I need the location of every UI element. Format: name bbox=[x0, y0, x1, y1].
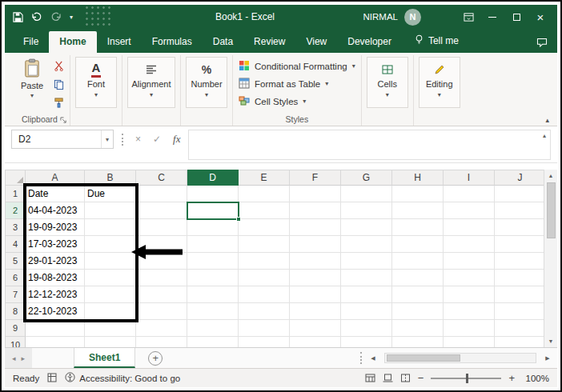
cell-E10[interactable] bbox=[239, 337, 290, 347]
cell-I1[interactable] bbox=[444, 186, 495, 202]
cell-H1[interactable] bbox=[392, 186, 444, 202]
cell-H4[interactable] bbox=[392, 236, 444, 253]
sheet-tab-sheet1[interactable]: Sheet1 bbox=[74, 348, 135, 368]
cell-I7[interactable] bbox=[444, 286, 495, 303]
cell-H3[interactable] bbox=[392, 219, 444, 236]
selected-cell-D2[interactable] bbox=[187, 202, 239, 220]
cell-G1[interactable] bbox=[341, 186, 392, 202]
zoom-slider-thumb[interactable] bbox=[466, 374, 468, 383]
row-header-7[interactable]: 7 bbox=[5, 286, 26, 303]
cell-E6[interactable] bbox=[239, 270, 290, 286]
normal-view-icon[interactable] bbox=[365, 374, 375, 382]
cut-icon[interactable] bbox=[54, 60, 64, 74]
select-all-corner[interactable] bbox=[5, 170, 26, 186]
scroll-left-icon[interactable]: ◀ bbox=[367, 352, 379, 365]
cell-A7[interactable]: 12-12-2023 bbox=[26, 286, 85, 303]
cell-G2[interactable] bbox=[341, 202, 392, 219]
scroll-up-icon[interactable]: ▲ bbox=[544, 170, 557, 182]
cell-E9[interactable] bbox=[239, 320, 290, 337]
cell-E7[interactable] bbox=[239, 286, 290, 303]
cell-H7[interactable] bbox=[392, 286, 444, 303]
cell-E1[interactable] bbox=[239, 186, 290, 202]
name-box[interactable]: D2 ▾ bbox=[11, 130, 114, 149]
comments-icon[interactable] bbox=[536, 38, 548, 47]
row-header-1[interactable]: 1 bbox=[5, 186, 26, 202]
cell-D6[interactable] bbox=[187, 270, 239, 286]
cell-A9[interactable] bbox=[26, 320, 85, 337]
cell-I10[interactable] bbox=[444, 337, 495, 347]
cell-B7[interactable] bbox=[85, 286, 136, 303]
sheet-navigation[interactable]: ◂ ▸ bbox=[5, 348, 32, 368]
row-header-4[interactable]: 4 bbox=[5, 236, 26, 253]
scroll-down-icon[interactable]: ▼ bbox=[544, 335, 557, 347]
avatar[interactable]: N bbox=[404, 9, 421, 26]
tab-formulas[interactable]: Formulas bbox=[142, 31, 203, 53]
cell-G5[interactable] bbox=[341, 253, 392, 270]
cell-B10[interactable] bbox=[85, 337, 136, 347]
cell-F9[interactable] bbox=[290, 320, 341, 337]
fill-handle[interactable] bbox=[236, 217, 241, 222]
column-header-E[interactable]: E bbox=[239, 170, 290, 186]
sheet-nav-left-icon[interactable]: ◂ bbox=[12, 354, 16, 362]
cell-E4[interactable] bbox=[239, 236, 290, 253]
cell-G7[interactable] bbox=[341, 286, 392, 303]
cell-J10[interactable] bbox=[495, 337, 544, 347]
cell-J5[interactable] bbox=[495, 253, 544, 270]
cell-H10[interactable] bbox=[392, 337, 444, 347]
cell-B4[interactable] bbox=[85, 236, 136, 253]
cell-F3[interactable] bbox=[290, 219, 341, 236]
customize-qat-icon[interactable]: ▾ bbox=[70, 14, 73, 21]
accessibility-status[interactable]: Accessibility: Good to go bbox=[65, 372, 180, 384]
cell-E3[interactable] bbox=[239, 219, 290, 236]
cell-H2[interactable] bbox=[392, 202, 444, 219]
cell-A8[interactable]: 22-10-2023 bbox=[26, 303, 85, 320]
cell-J1[interactable] bbox=[495, 186, 544, 202]
cell-C8[interactable] bbox=[136, 303, 187, 320]
scroll-right-icon[interactable]: ▶ bbox=[541, 352, 554, 365]
column-header-D[interactable]: D bbox=[187, 170, 239, 186]
cell-D4[interactable] bbox=[187, 236, 239, 253]
maximize-button[interactable] bbox=[504, 5, 528, 29]
editing-group-button[interactable]: Editing ▾ bbox=[419, 57, 460, 108]
user-name[interactable]: NIRMAL bbox=[363, 12, 398, 22]
ribbon-display-options-icon[interactable] bbox=[456, 5, 480, 29]
horizontal-scroll-track[interactable] bbox=[384, 353, 536, 363]
minimize-button[interactable] bbox=[480, 5, 504, 29]
cell-A1[interactable]: Date bbox=[26, 186, 85, 202]
insert-function-icon[interactable]: fx bbox=[173, 133, 180, 146]
cell-I4[interactable] bbox=[444, 236, 495, 253]
row-header-6[interactable]: 6 bbox=[5, 270, 26, 286]
cell-C3[interactable] bbox=[136, 219, 187, 236]
cell-J7[interactable] bbox=[495, 286, 544, 303]
cell-J8[interactable] bbox=[495, 303, 544, 320]
collapse-ribbon-icon[interactable]: ▴ bbox=[545, 116, 549, 124]
cell-D9[interactable] bbox=[187, 320, 239, 337]
cell-D3[interactable] bbox=[187, 219, 239, 236]
cell-F5[interactable] bbox=[290, 253, 341, 270]
page-layout-view-icon[interactable] bbox=[383, 374, 393, 382]
cell-A5[interactable]: 29-01-2023 bbox=[26, 253, 85, 270]
cell-B8[interactable] bbox=[85, 303, 136, 320]
tab-developer[interactable]: Developer bbox=[337, 31, 402, 53]
page-break-view-icon[interactable] bbox=[400, 374, 411, 382]
row-header-10[interactable]: 10 bbox=[5, 337, 26, 347]
name-box-dropdown-icon[interactable]: ▾ bbox=[102, 136, 113, 143]
cell-H9[interactable] bbox=[392, 320, 444, 337]
vertical-scrollbar[interactable]: ▲ ▼ bbox=[544, 170, 557, 347]
row-header-5[interactable]: 5 bbox=[5, 253, 26, 270]
cell-I5[interactable] bbox=[444, 253, 495, 270]
cell-B2[interactable] bbox=[85, 202, 136, 219]
cell-A4[interactable]: 17-03-2023 bbox=[26, 236, 85, 253]
tab-home[interactable]: Home bbox=[49, 31, 96, 53]
cell-J2[interactable] bbox=[495, 202, 544, 219]
sheet-nav-right-icon[interactable]: ▸ bbox=[22, 354, 26, 362]
vertical-scroll-thumb[interactable] bbox=[547, 182, 556, 238]
cell-I2[interactable] bbox=[444, 202, 495, 219]
cell-F7[interactable] bbox=[290, 286, 341, 303]
cell-J6[interactable] bbox=[495, 270, 544, 286]
formula-input[interactable]: ▴ bbox=[188, 130, 551, 160]
expand-formula-bar-icon[interactable]: ▴ bbox=[543, 132, 546, 139]
clipboard-dialog-launcher-icon[interactable] bbox=[60, 117, 67, 124]
cell-I9[interactable] bbox=[444, 320, 495, 337]
macro-record-icon[interactable] bbox=[47, 373, 57, 384]
